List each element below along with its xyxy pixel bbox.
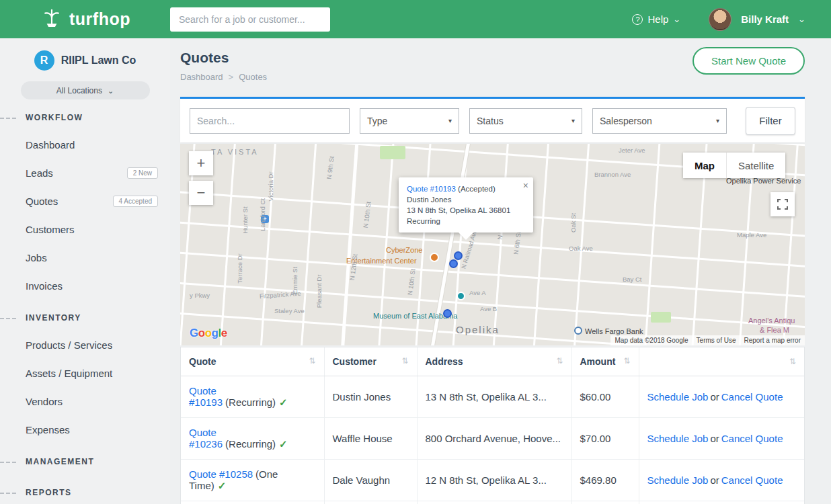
map-label: Oak St	[569, 213, 577, 233]
close-icon[interactable]: ×	[523, 180, 528, 191]
google-logo: Google	[190, 327, 227, 340]
cancel-quote-link[interactable]: Cancel Quote	[721, 433, 783, 444]
sidebar-item-assets-equipment[interactable]: Assets / Equipment	[0, 359, 170, 387]
sidebar-item-label: Expenses	[26, 424, 70, 435]
sidebar-item-label: Dashboard	[26, 139, 75, 151]
terms-of-use-link[interactable]: Terms of Use	[697, 337, 736, 344]
sort-icon[interactable]: ⇅	[401, 356, 408, 366]
type-select-value: Type	[367, 116, 387, 126]
sidebar-item-invoices[interactable]: Invoices	[0, 271, 170, 300]
logo[interactable]: turfhop	[0, 6, 170, 33]
quotes-search-input[interactable]	[190, 108, 350, 134]
fullscreen-button[interactable]	[770, 192, 795, 216]
col-label: Quote	[189, 356, 216, 367]
or-text: or	[710, 474, 719, 486]
schedule-job-link[interactable]: Schedule Job	[647, 474, 709, 486]
schedule-job-link[interactable]: Schedule Job	[647, 433, 709, 444]
quote-map-marker[interactable]	[449, 259, 458, 268]
quote-map-marker[interactable]	[443, 309, 452, 318]
company-block: R RIIPL Lawn Co	[0, 50, 170, 71]
breadcrumb-dashboard[interactable]: Dashboard	[180, 72, 223, 82]
quote-map-marker[interactable]	[454, 251, 463, 260]
sidebar-item-quotes[interactable]: Quotes 4 Accepted	[0, 187, 170, 215]
section-management[interactable]: MANAGEMENT	[0, 449, 170, 474]
type-select[interactable]: Type ▾	[360, 108, 459, 134]
filter-button[interactable]: Filter	[746, 107, 795, 135]
zoom-controls: + −	[189, 151, 213, 205]
sidebar-item-products-services[interactable]: Products / Services	[0, 331, 170, 359]
leads-badge: 2 New	[127, 167, 158, 179]
sidebar-item-label: Assets / Equipment	[26, 368, 112, 379]
info-type: Recurring	[407, 216, 525, 226]
satellite-view-button[interactable]: Satellite	[727, 153, 785, 178]
help-menu[interactable]: ? Help ⌄	[632, 13, 680, 25]
app: turfhop ? Help ⌄ Billy Kraft ⌄ R RIIPL L…	[0, 0, 831, 504]
zoom-in-button[interactable]: +	[189, 151, 213, 175]
zoom-out-button[interactable]: −	[189, 181, 213, 205]
global-search-input[interactable]	[170, 7, 330, 32]
chevron-down-icon: ⌄	[673, 16, 680, 23]
sidebar-item-dashboard[interactable]: Dashboard	[0, 130, 170, 159]
select-arrow-icon: ▾	[448, 117, 452, 124]
map-label: Lankford Ct	[259, 198, 266, 231]
fullscreen-icon	[777, 199, 788, 210]
quote-link[interactable]: Quote #10258	[189, 468, 253, 480]
map-data-copyright: Map data ©2018 Google	[615, 337, 688, 344]
main-content: Quotes Dashboard > Quotes Start New Quot…	[170, 38, 831, 504]
section-reports[interactable]: REPORTS	[0, 480, 170, 504]
map-label: Staley Ave	[274, 307, 305, 314]
user-name[interactable]: Billy Kraft	[741, 13, 789, 25]
start-new-quote-button[interactable]: Start New Quote	[692, 47, 805, 75]
schedule-job-link[interactable]: Schedule Job	[647, 391, 709, 403]
status-select[interactable]: Status ▾	[469, 108, 582, 134]
col-header-address[interactable]: Address⇅	[417, 347, 571, 376]
col-header-quote[interactable]: Quote⇅	[181, 347, 324, 376]
cancel-quote-link[interactable]: Cancel Quote	[721, 391, 783, 403]
map-view-button[interactable]: Map	[683, 153, 727, 178]
address-cell: 100 Orchard Avenue, Hoove...	[417, 501, 571, 504]
section-workflow: WORKFLOW	[0, 105, 170, 130]
sort-icon[interactable]: ⇅	[309, 356, 315, 366]
amount-cell: $70.00	[571, 501, 639, 504]
sort-icon[interactable]: ⇅	[623, 356, 630, 366]
chevron-down-icon[interactable]: ⌄	[798, 16, 805, 23]
col-header-customer[interactable]: Customer⇅	[324, 347, 417, 376]
section-inventory: INVENTORY	[0, 305, 170, 331]
sidebar-item-label: Customers	[26, 224, 75, 235]
cyberzone-poi-icon	[430, 253, 439, 262]
cancel-quote-link[interactable]: Cancel Quote	[721, 474, 783, 486]
map-label: Terrace Dr	[236, 253, 243, 283]
map-label: Pleasant Dr	[315, 275, 323, 308]
sort-icon[interactable]: ⇅	[789, 357, 796, 366]
company-name: RIIPL Lawn Co	[61, 54, 136, 67]
salesperson-select[interactable]: Salesperson ▾	[592, 108, 727, 134]
col-header-actions[interactable]: ⇅	[639, 347, 804, 376]
sort-icon[interactable]: ⇅	[556, 356, 563, 366]
park-area	[380, 146, 405, 159]
sidebar-item-customers[interactable]: Customers	[0, 215, 170, 243]
map-label: Angel's Antiqu	[748, 317, 795, 325]
table-row: Quote #10236(Recurring)✓ Waffle House 80…	[181, 418, 804, 460]
quote-link[interactable]: Quote #10236	[189, 427, 223, 450]
info-quote-status: (Accepted)	[458, 185, 496, 193]
location-selector[interactable]: All Locations ⌄	[21, 81, 150, 99]
or-text: or	[710, 391, 719, 403]
sidebar-item-leads[interactable]: Leads 2 New	[0, 159, 170, 187]
quote-type: (Recurring)	[225, 438, 276, 450]
quote-link[interactable]: Quote #10193	[189, 385, 223, 408]
customer-cell: Webb Sims	[324, 501, 417, 504]
sidebar-item-expenses[interactable]: Expenses	[0, 415, 170, 444]
sidebar-item-vendors[interactable]: Vendors	[0, 387, 170, 415]
avatar[interactable]	[709, 8, 731, 31]
col-label: Amount	[580, 356, 616, 367]
sidebar-item-jobs[interactable]: Jobs	[0, 243, 170, 271]
info-quote-link[interactable]: Quote #10193	[407, 185, 456, 193]
chevron-down-icon: ⌄	[108, 87, 114, 94]
report-map-error-link[interactable]: Report a map error	[744, 337, 801, 344]
info-address: 13 N 8th St, Opelika AL 36801	[407, 205, 525, 216]
salesperson-select-value: Salesperson	[600, 116, 652, 126]
customer-cell: Dale Vaughn	[324, 460, 417, 501]
col-header-amount[interactable]: Amount⇅	[571, 347, 639, 376]
map[interactable]: + TA VISTA Jeter Ave Brannon Ave Opelika…	[180, 144, 805, 345]
map-label: Emmie St	[291, 267, 299, 294]
